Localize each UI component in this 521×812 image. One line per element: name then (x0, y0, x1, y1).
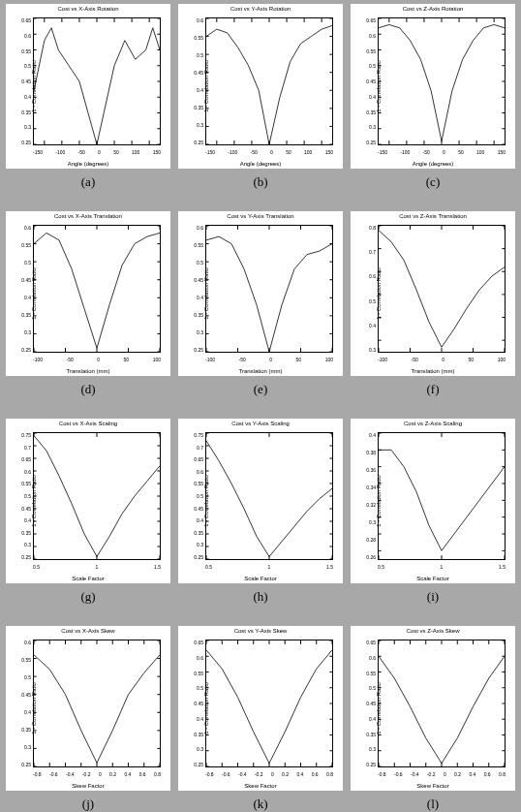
y-tick: 0.3 (364, 519, 376, 525)
x-axis-label: Scale Factor (178, 576, 343, 581)
y-tick: 0.35 (19, 109, 31, 115)
y-tick-labels: 0.60.550.50.450.40.350.30.25 (19, 225, 31, 353)
y-tick-labels: 0.750.70.650.60.550.50.450.40.350.30.25 (19, 432, 31, 560)
x-tick: -0.6 (394, 771, 403, 777)
x-tick-labels: -0.8-0.6-0.4-0.200.20.40.60.8 (205, 771, 333, 777)
x-tick: 0.5 (33, 564, 40, 570)
x-tick: 0.6 (139, 771, 146, 777)
y-tick: 0.25 (19, 140, 31, 145)
x-tick: 0.6 (484, 771, 491, 777)
y-tick: 0.35 (364, 732, 376, 737)
y-tick: 0.3 (19, 329, 31, 335)
subfigure-caption: (c) (426, 174, 440, 190)
y-tick: 0.35 (19, 312, 31, 318)
y-tick: 0.3 (364, 347, 376, 353)
y-tick: 0.5 (364, 298, 376, 304)
y-tick: 0.3 (192, 746, 203, 752)
x-tick: -0.2 (427, 771, 436, 777)
y-tick: 0.4 (192, 295, 203, 300)
plot-area (378, 432, 506, 560)
chart-a: Cost vs X-Axis Rotation1 - Correlation R… (6, 4, 170, 169)
y-tick: 0.38 (364, 450, 376, 455)
plot-area (33, 225, 161, 353)
chart-cell-k: Cost vs Y-Axis Skew1 - Correlation Ratio… (176, 626, 345, 812)
y-tick: 0.55 (192, 481, 203, 486)
x-tick: 1 (268, 564, 271, 570)
subfigure-caption: (l) (427, 796, 439, 812)
y-tick: 0.6 (19, 469, 31, 475)
x-tick-labels: -100-50050100 (378, 357, 506, 362)
x-axis-label: Angle (degrees) (6, 161, 170, 167)
y-tick: 0.45 (192, 70, 203, 76)
subfigure-caption: (f) (427, 382, 440, 397)
x-tick: 0.2 (282, 771, 289, 777)
y-tick: 0.35 (192, 312, 203, 318)
y-tick: 0.55 (192, 671, 203, 676)
x-tick: 0 (269, 357, 272, 362)
y-tick: 0.55 (192, 242, 203, 248)
y-tick: 0.34 (364, 484, 376, 490)
y-tick: 0.32 (364, 502, 376, 508)
chart-cell-c: Cost vs Z-Axis Rotation1 - Correlation R… (349, 4, 517, 207)
x-tick-labels: -150-100-50050100150 (33, 149, 161, 155)
x-tick: -0.6 (222, 771, 230, 777)
y-tick: 0.3 (364, 746, 376, 752)
x-tick: 50 (296, 357, 302, 362)
y-tick: 0.55 (19, 242, 31, 248)
y-tick: 0.36 (364, 467, 376, 473)
x-tick: 0.4 (469, 771, 475, 777)
y-tick: 0.25 (19, 554, 31, 560)
x-tick: 1 (96, 564, 99, 570)
y-tick: 0.65 (192, 456, 203, 462)
y-tick: 0.35 (192, 105, 203, 110)
y-tick: 0.75 (192, 432, 203, 438)
x-tick: 1.5 (154, 564, 161, 570)
y-tick: 0.65 (19, 456, 31, 462)
subfigure-caption: (e) (254, 382, 267, 397)
chart-title: Cost vs Z-Axis Rotation (351, 6, 515, 12)
plot-area (33, 640, 161, 767)
x-tick: -150 (205, 149, 215, 155)
chart-c: Cost vs Z-Axis Rotation1 - Correlation R… (351, 4, 515, 169)
x-tick: 0.8 (326, 771, 333, 777)
x-tick: 0.5 (205, 564, 212, 570)
y-tick: 0.6 (364, 655, 376, 661)
x-tick-labels: 0.511.5 (33, 564, 161, 570)
chart-cell-f: Cost vs Z-Axis Translation1 - Correlatio… (349, 211, 517, 415)
chart-title: Cost vs Y-Axis Skew (178, 628, 343, 634)
y-tick: 0.5 (364, 63, 376, 69)
y-tick: 0.6 (192, 225, 203, 231)
y-tick: 0.4 (19, 295, 31, 300)
x-tick: 0.6 (312, 771, 319, 777)
y-tick: 0.55 (364, 48, 376, 54)
x-tick: -0.4 (66, 771, 75, 777)
x-tick-labels: -100-50050100 (33, 357, 161, 362)
chart-cell-g: Cost vs X-Axis Scaling1 - Correlation Ra… (4, 419, 172, 622)
x-tick: -100 (378, 357, 387, 362)
y-tick: 0.4 (19, 517, 31, 523)
x-tick: -0.4 (238, 771, 247, 777)
x-tick-labels: 0.511.5 (378, 564, 506, 570)
y-tick-labels: 0.60.550.50.450.40.350.30.25 (19, 640, 31, 767)
y-tick: 0.4 (192, 716, 203, 722)
y-tick: 0.3 (192, 542, 203, 547)
y-tick: 0.25 (364, 140, 376, 145)
x-tick: -50 (423, 149, 430, 155)
x-axis-label: Angle (degrees) (351, 161, 515, 167)
y-tick: 0.45 (192, 701, 203, 706)
x-axis-label: Translation (mm) (351, 368, 515, 374)
x-tick: -100 (205, 357, 215, 362)
y-tick: 0.6 (192, 655, 203, 661)
chart-j: Cost vs X-Axis Skew1 - Correlation Ratio… (6, 626, 170, 791)
x-tick: 0 (98, 149, 101, 155)
plot-area (33, 17, 161, 145)
y-tick: 0.45 (364, 701, 376, 706)
x-tick: 50 (124, 357, 130, 362)
y-tick: 0.25 (192, 554, 203, 560)
chart-h: Cost vs Y-Axis Scaling1 - Correlation Ra… (178, 419, 343, 583)
y-tick: 0.45 (192, 506, 203, 512)
x-tick: -100 (228, 149, 237, 155)
x-tick-labels: 0.511.5 (205, 564, 333, 570)
y-tick: 0.75 (19, 432, 31, 438)
y-tick: 0.4 (364, 716, 376, 722)
